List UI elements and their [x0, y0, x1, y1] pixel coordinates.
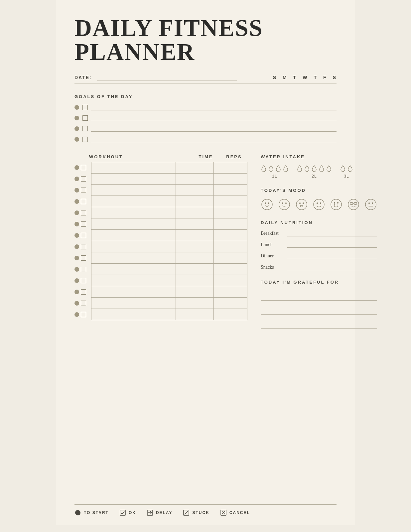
drop-icon — [275, 165, 281, 173]
legend-cancel: CANCEL — [220, 509, 250, 516]
workout-checkbox[interactable] — [81, 267, 86, 272]
nutrition-title: DAILY NUTRITION — [261, 220, 377, 225]
workout-row — [74, 218, 247, 230]
workout-checkbox[interactable] — [81, 255, 86, 261]
workout-row — [74, 275, 247, 286]
workout-checkbox[interactable] — [81, 244, 86, 249]
bullet-circle — [74, 244, 79, 249]
workout-row — [74, 162, 247, 173]
grateful-title: TODAY I'M GRATEFUL FOR — [261, 280, 377, 285]
svg-point-1 — [265, 203, 266, 204]
workout-row — [74, 241, 247, 252]
workout-checkbox[interactable] — [81, 301, 86, 306]
bullet-circle — [74, 278, 79, 283]
svg-rect-17 — [350, 202, 353, 204]
goals-section: GOALS OF THE DAY — [74, 94, 337, 142]
water-label-2l: 2L — [312, 174, 317, 179]
bullet-circle — [74, 188, 79, 193]
mood-meh-icon[interactable] — [364, 198, 377, 211]
workout-row — [74, 264, 247, 275]
workout-checkbox[interactable] — [81, 210, 86, 215]
date-input-line[interactable] — [97, 74, 237, 80]
workout-col-reps: REPS — [221, 154, 247, 159]
water-drops: 1L 2L — [261, 165, 377, 179]
mood-happy-icon[interactable] — [261, 198, 273, 211]
mood-cry-icon[interactable] — [330, 198, 342, 211]
nutrition-lunch-label: Lunch — [261, 242, 285, 247]
svg-rect-18 — [354, 202, 357, 204]
goal-checkbox[interactable] — [82, 126, 88, 131]
mood-glasses-icon[interactable] — [347, 198, 360, 211]
mood-title: TODAY'S MOOD — [261, 188, 377, 193]
filled-circle-icon — [74, 509, 81, 516]
goal-checkbox[interactable] — [82, 105, 88, 110]
bullet-circle — [74, 177, 79, 181]
drop-icon — [304, 165, 310, 173]
drop-icon — [340, 165, 346, 173]
workout-checkbox[interactable] — [81, 278, 86, 283]
workout-row — [74, 230, 247, 241]
page-title: DAILY FITNESS PLANNER — [74, 16, 337, 64]
goal-line — [91, 136, 337, 142]
water-group-1l: 1L — [261, 165, 289, 179]
drop-icon — [283, 165, 289, 173]
grateful-line — [261, 304, 377, 315]
legend-stuck: STUCK — [183, 509, 209, 516]
check-box-icon — [119, 509, 126, 516]
svg-point-24 — [75, 510, 80, 515]
workout-checkbox[interactable] — [81, 176, 86, 182]
goal-line — [91, 104, 337, 110]
goal-row — [74, 115, 337, 121]
mood-sad-icon[interactable] — [313, 198, 325, 211]
workout-row — [74, 207, 247, 218]
water-label-3l: 3L — [344, 174, 349, 179]
drop-icon — [347, 165, 353, 173]
water-label-1l: 1L — [272, 174, 277, 179]
bullet-circle — [74, 199, 79, 204]
bullet-circle — [74, 267, 79, 272]
goal-checkbox[interactable] — [82, 115, 88, 121]
day-labels: S M T W T F S — [273, 75, 337, 80]
svg-point-5 — [286, 203, 287, 204]
workout-checkbox[interactable] — [81, 289, 86, 295]
workout-col-time: TIME — [191, 154, 221, 159]
bullet-circle — [74, 137, 79, 142]
grateful-line — [261, 318, 377, 329]
bullet-circle — [74, 105, 79, 110]
workout-checkbox[interactable] — [81, 188, 86, 193]
workout-row — [74, 309, 247, 320]
svg-point-16 — [348, 199, 359, 210]
goal-row — [74, 126, 337, 132]
goal-line — [91, 126, 337, 132]
mood-section: TODAY'S MOOD — [261, 188, 377, 211]
workout-row — [74, 185, 247, 196]
bullet-circle — [74, 301, 79, 306]
workout-col-name: WORKHOUT — [89, 154, 191, 159]
nutrition-snacks-row: Snacks — [261, 264, 377, 270]
drop-icon — [326, 165, 332, 173]
workout-checkbox[interactable] — [81, 312, 86, 317]
svg-point-3 — [279, 199, 290, 210]
x-box-icon — [220, 509, 227, 516]
grateful-line — [261, 290, 377, 301]
workout-checkbox[interactable] — [81, 233, 86, 238]
mood-neutral-icon[interactable] — [295, 198, 308, 211]
nutrition-section: DAILY NUTRITION Breakfast Lunch Dinner S… — [261, 220, 377, 270]
svg-point-20 — [365, 199, 376, 210]
drop-icon — [311, 165, 317, 173]
grateful-section: TODAY I'M GRATEFUL FOR — [261, 280, 377, 329]
workout-checkbox[interactable] — [81, 221, 86, 227]
workout-checkbox[interactable] — [81, 165, 86, 170]
nutrition-breakfast-label: Breakfast — [261, 231, 285, 236]
right-section: WATER INTAKE 1L — [261, 154, 377, 335]
workout-row — [74, 196, 247, 207]
workout-rows — [74, 162, 247, 320]
water-group-2l: 2L — [297, 165, 332, 179]
svg-point-0 — [262, 199, 272, 210]
drop-icon — [261, 165, 267, 173]
goal-checkbox[interactable] — [82, 137, 88, 142]
mood-slight-smile-icon[interactable] — [278, 198, 291, 211]
workout-checkbox[interactable] — [81, 199, 86, 204]
water-title: WATER INTAKE — [261, 154, 377, 159]
grateful-lines — [261, 290, 377, 329]
